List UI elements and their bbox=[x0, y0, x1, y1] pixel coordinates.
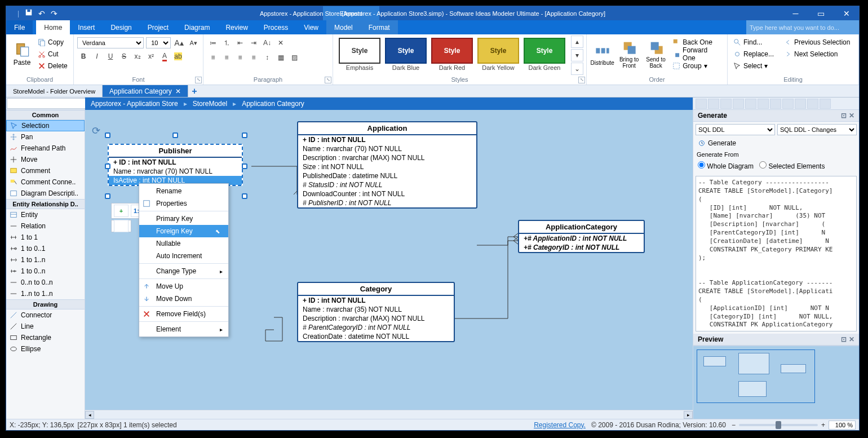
ctx-move-up[interactable]: Move Up bbox=[139, 280, 228, 293]
tool-diagram-desc[interactable]: Diagram Descripti.. bbox=[6, 188, 85, 199]
tool-1nto1n[interactable]: 1..n to 1..n bbox=[6, 288, 85, 299]
registered-link[interactable]: Registered Copy. bbox=[534, 421, 586, 429]
tab-model[interactable]: Model bbox=[326, 20, 361, 34]
tool-move[interactable]: Move bbox=[6, 154, 85, 165]
tab-format[interactable]: Format bbox=[361, 20, 398, 34]
subscript-button[interactable]: x₂ bbox=[131, 50, 144, 63]
clear-button[interactable]: ✕ bbox=[274, 37, 287, 49]
tool-ellipse[interactable]: Ellipse bbox=[6, 343, 85, 355]
indent-button[interactable]: ⇥ bbox=[247, 37, 260, 49]
tab-process[interactable]: Process bbox=[256, 20, 296, 34]
superscript-button[interactable]: x² bbox=[145, 50, 157, 63]
ribbon-search-input[interactable] bbox=[746, 20, 859, 34]
tool-1to1[interactable]: 1 to 1 bbox=[6, 232, 85, 243]
next-selection-button[interactable]: Next Selection bbox=[782, 48, 852, 60]
align-center-button[interactable]: ≡ bbox=[220, 51, 233, 64]
delete-button[interactable]: Delete bbox=[37, 60, 69, 72]
tool-0nto0n[interactable]: 0..n to 0..n bbox=[6, 277, 85, 288]
resize-handle[interactable] bbox=[105, 132, 110, 138]
zoom-out-button[interactable]: − bbox=[732, 421, 736, 429]
forward-one-button[interactable]: Forward One bbox=[670, 48, 724, 60]
maximize-button[interactable]: ▭ bbox=[808, 6, 834, 20]
context-menu[interactable]: Rename Properties Primary Key Foreign Ke… bbox=[139, 183, 229, 337]
bc-root[interactable]: Appstorex - Application Store bbox=[91, 100, 178, 108]
tool-1to1n[interactable]: 1 to 1..n bbox=[6, 254, 85, 266]
bold-button[interactable]: B bbox=[77, 50, 90, 63]
add-tab-button[interactable]: + bbox=[188, 85, 201, 97]
ctx-nullable[interactable]: Nullable bbox=[139, 237, 228, 250]
group-button[interactable]: Group ▾ bbox=[670, 60, 724, 72]
style-up-button[interactable]: ▴ bbox=[571, 36, 583, 48]
ctx-foreign-key[interactable]: Foreign Key⬉ bbox=[139, 225, 228, 237]
distribute-button[interactable]: Distribute bbox=[590, 36, 614, 73]
zoom-in-button[interactable]: + bbox=[821, 421, 825, 429]
bc-diagram[interactable]: Application Category bbox=[242, 100, 304, 108]
bc-model[interactable]: StoreModel bbox=[193, 100, 227, 108]
tool-selection[interactable]: Selection bbox=[6, 120, 85, 131]
doc-tab-appcategory[interactable]: Application Category✕ bbox=[103, 85, 188, 97]
zoom-slider[interactable] bbox=[739, 424, 818, 426]
highlight-button[interactable]: ab bbox=[172, 50, 184, 63]
diagram-canvas[interactable]: ⟳ Publisher + ID : int NOT NULL Name : n… bbox=[85, 110, 693, 410]
find-button[interactable]: Find... bbox=[731, 37, 776, 48]
tool-comment-connector[interactable]: Comment Conne.. bbox=[6, 176, 85, 188]
ddl-mode-select[interactable]: SQL DDL - Changes bbox=[777, 124, 857, 135]
qat-undo-icon[interactable]: ↶ bbox=[38, 9, 45, 18]
tab-home[interactable]: Home bbox=[36, 20, 70, 34]
ctx-element[interactable]: Element▸ bbox=[139, 323, 228, 335]
rt-btn[interactable] bbox=[696, 99, 707, 109]
tool-1to0n[interactable]: 1 to 0..n bbox=[6, 266, 85, 277]
strike-button[interactable]: S bbox=[118, 50, 130, 63]
style-down-button[interactable]: ▾ bbox=[571, 49, 583, 61]
preview-pane[interactable] bbox=[693, 346, 859, 419]
tab-file[interactable]: File bbox=[6, 20, 33, 34]
numbering-button[interactable]: ⒈ bbox=[220, 37, 233, 49]
resize-handle[interactable] bbox=[242, 132, 247, 138]
resize-handle[interactable] bbox=[242, 163, 247, 169]
replace-button[interactable]: Replace... bbox=[731, 48, 776, 60]
radio-whole-diagram[interactable]: Whole Diagram bbox=[698, 161, 754, 170]
tool-comment[interactable]: Comment bbox=[6, 165, 85, 176]
font-color-button[interactable]: A bbox=[158, 50, 171, 63]
qat-redo-icon[interactable]: ↷ bbox=[51, 9, 57, 18]
style-darkyellow[interactable]: Style bbox=[477, 38, 519, 64]
horizontal-scrollbar[interactable]: ◂▸ bbox=[85, 410, 693, 419]
tool-pan[interactable]: Pan bbox=[6, 131, 85, 143]
quick-add-icon[interactable]: + bbox=[114, 205, 129, 217]
paragraph-dialog-launcher[interactable]: ⤡ bbox=[325, 77, 331, 83]
borders-button[interactable]: ▦ bbox=[274, 51, 287, 64]
ctx-remove-fields[interactable]: Remove Field(s) bbox=[139, 308, 228, 320]
bring-front-button[interactable]: Bring to Front bbox=[617, 36, 641, 73]
ctx-move-down[interactable]: Move Down bbox=[139, 293, 228, 305]
prev-selection-button[interactable]: Previous Selection bbox=[782, 37, 852, 48]
paste-button[interactable]: Paste bbox=[10, 36, 34, 73]
close-button[interactable]: ✕ bbox=[834, 6, 859, 20]
quick-more[interactable] bbox=[111, 220, 131, 232]
pin-icon[interactable]: ⊡ bbox=[841, 112, 847, 120]
copy-button[interactable]: Copy bbox=[37, 37, 69, 48]
entity-category[interactable]: Category + ID : int NOT NULL Name : nvar… bbox=[297, 282, 455, 342]
toolbox-search-input[interactable] bbox=[7, 98, 90, 109]
resize-handle[interactable] bbox=[242, 193, 247, 199]
panel-close-icon[interactable]: ✕ bbox=[849, 112, 854, 120]
cut-button[interactable]: Cut bbox=[37, 48, 69, 60]
sort-button[interactable]: A↓ bbox=[261, 37, 273, 49]
line-spacing-button[interactable]: ↕ bbox=[261, 51, 273, 64]
align-left-button[interactable]: ≡ bbox=[207, 51, 219, 64]
font-size-select[interactable]: 10 bbox=[146, 37, 170, 48]
ctx-autoinc[interactable]: Auto Increment bbox=[139, 250, 228, 262]
bullets-button[interactable]: ≔ bbox=[207, 37, 219, 49]
tool-freehand[interactable]: Freehand Path bbox=[6, 143, 85, 154]
styles-dialog-launcher[interactable]: ⤡ bbox=[578, 77, 585, 83]
ddl-type-select[interactable]: SQL DDL bbox=[696, 124, 775, 135]
tool-rectangle[interactable]: Rectangle bbox=[6, 332, 85, 343]
tool-relation[interactable]: Relation bbox=[6, 220, 85, 232]
tab-insert[interactable]: Insert bbox=[70, 20, 103, 34]
tab-project[interactable]: Project bbox=[140, 20, 176, 34]
sql-output[interactable]: -- Table Category ----------------- CREA… bbox=[696, 176, 857, 331]
style-emphasis[interactable]: Style bbox=[339, 38, 380, 64]
ctx-rename[interactable]: Rename bbox=[139, 185, 228, 197]
font-dialog-launcher[interactable]: ⤡ bbox=[195, 77, 202, 83]
minimize-button[interactable]: ─ bbox=[783, 6, 808, 20]
entity-application[interactable]: Application + ID : int NOT NULL Name : n… bbox=[297, 121, 477, 209]
